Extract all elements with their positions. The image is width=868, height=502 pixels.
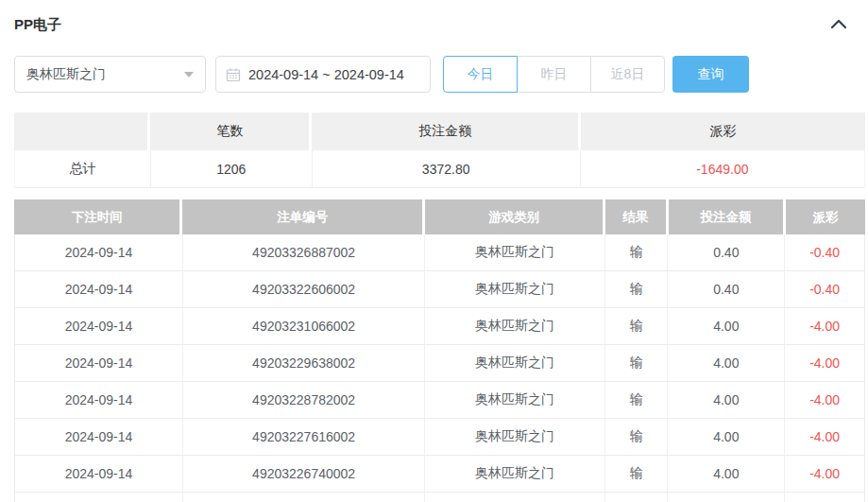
cell-game-type: 奥林匹斯之门	[425, 234, 605, 270]
cell-result: 输	[605, 493, 669, 502]
cell-game-type: 奥林匹斯之门	[425, 456, 605, 492]
cell-result: 输	[605, 419, 669, 455]
table-row: 2024-09-1449203229638002奥林匹斯之门输4.00-4.00	[15, 345, 864, 382]
cell-result: 输	[605, 382, 669, 418]
column-header: 投注金额	[669, 199, 786, 234]
chevron-down-icon	[184, 72, 194, 78]
cell-bet-time: 2024-09-14	[15, 308, 183, 344]
cell-bet-time: 2024-09-14	[15, 493, 183, 502]
cell-bet-id: 49203227616002	[183, 419, 425, 455]
cell-payout: -4.00	[785, 493, 864, 502]
cell-bet-id: 49203226740002	[183, 456, 425, 492]
quick-date-button-2[interactable]: 近8日	[590, 56, 665, 93]
cell-game-type: 奥林匹斯之门	[425, 493, 605, 502]
cell-game-type: 奥林匹斯之门	[425, 271, 605, 307]
cell-bet-amount: 0.40	[668, 234, 785, 270]
cell-game-type: 奥林匹斯之门	[425, 382, 605, 418]
quick-date-button-group: 今日昨日近8日	[443, 56, 665, 93]
cell-bet-time: 2024-09-14	[15, 234, 183, 270]
cell-bet-id: 49203228782002	[183, 382, 425, 418]
pp-electronic-panel: PP电子 奥林匹斯之门 2024-09-14 ~	[0, 0, 868, 502]
summary-total-label: 总计	[15, 150, 151, 188]
quick-date-button-1[interactable]: 昨日	[517, 56, 591, 93]
cell-bet-amount: 4.00	[668, 308, 785, 344]
game-select[interactable]: 奥林匹斯之门	[14, 56, 206, 93]
chevron-up-icon	[830, 16, 847, 33]
cell-payout: -0.40	[785, 271, 864, 307]
cell-bet-amount: 4.00	[668, 456, 785, 492]
column-header: 结果	[605, 199, 669, 234]
summary-payout-value: -1649.00	[581, 150, 864, 188]
column-header: 注单编号	[182, 199, 425, 234]
summary-total-row: 总计 1206 3372.80 -1649.00	[14, 150, 865, 188]
cell-bet-id: 49203326887002	[183, 234, 425, 270]
cell-bet-id: 49203225864002	[183, 493, 425, 502]
summary-header-cell	[14, 113, 150, 150]
cell-bet-amount: 4.00	[668, 382, 785, 418]
calendar-icon	[226, 67, 241, 82]
cell-payout: -4.00	[785, 382, 864, 418]
cell-bet-amount: 0.40	[668, 271, 785, 307]
summary-table: 笔数投注金额派彩 总计 1206 3372.80 -1649.00	[14, 113, 865, 188]
cell-payout: -0.40	[785, 234, 864, 270]
cell-result: 输	[605, 234, 669, 270]
cell-payout: -4.00	[785, 456, 864, 492]
cell-bet-amount: 4.00	[668, 419, 785, 455]
cell-bet-id: 49203229638002	[183, 345, 425, 381]
summary-count-value: 1206	[151, 150, 313, 188]
cell-bet-time: 2024-09-14	[15, 271, 183, 307]
panel-header: PP电子	[0, 0, 868, 35]
cell-result: 输	[605, 308, 669, 344]
cell-bet-time: 2024-09-14	[15, 419, 183, 455]
cell-game-type: 奥林匹斯之门	[425, 345, 605, 381]
summary-header-cell: 派彩	[581, 113, 865, 150]
cell-bet-time: 2024-09-14	[15, 345, 183, 381]
bet-records-table: 下注时间注单编号游戏类别结果投注金额派彩 2024-09-14492033268…	[14, 199, 865, 502]
table-row: 2024-09-1449203322606002奥林匹斯之门输0.40-0.40	[15, 271, 864, 308]
column-header: 下注时间	[14, 199, 182, 234]
cell-game-type: 奥林匹斯之门	[425, 308, 605, 344]
table-row: 2024-09-1449203225864002奥林匹斯之门输4.00-4.00	[15, 493, 864, 502]
cell-bet-amount: 4.00	[668, 345, 785, 381]
cell-game-type: 奥林匹斯之门	[425, 419, 605, 455]
cell-bet-id: 49203231066002	[183, 308, 425, 344]
bet-records-header-row: 下注时间注单编号游戏类别结果投注金额派彩	[14, 199, 865, 234]
summary-header-row: 笔数投注金额派彩	[14, 113, 865, 150]
cell-result: 输	[605, 345, 669, 381]
cell-payout: -4.00	[785, 345, 864, 381]
bet-records-body: 2024-09-1449203326887002奥林匹斯之门输0.40-0.40…	[14, 234, 865, 502]
table-row: 2024-09-1449203231066002奥林匹斯之门输4.00-4.00	[15, 308, 864, 345]
cell-bet-time: 2024-09-14	[15, 382, 183, 418]
cell-bet-time: 2024-09-14	[15, 456, 183, 492]
table-row: 2024-09-1449203227616002奥林匹斯之门输4.00-4.00	[15, 419, 864, 456]
table-row: 2024-09-1449203326887002奥林匹斯之门输0.40-0.40	[15, 234, 864, 271]
quick-date-button-0[interactable]: 今日	[443, 56, 518, 93]
cell-payout: -4.00	[785, 419, 864, 455]
game-select-value: 奥林匹斯之门	[26, 66, 106, 83]
column-header: 派彩	[786, 199, 865, 234]
cell-bet-id: 49203322606002	[183, 271, 425, 307]
summary-header-cell: 投注金额	[312, 113, 581, 150]
filter-bar: 奥林匹斯之门 2024-09-14 ~ 2024-09-14 今日昨日近8日 查…	[14, 56, 868, 93]
date-range-input[interactable]: 2024-09-14 ~ 2024-09-14	[215, 56, 431, 93]
page-title: PP电子	[14, 16, 61, 34]
collapse-panel-button[interactable]	[830, 16, 847, 33]
cell-bet-amount: 4.00	[668, 493, 785, 502]
cell-result: 输	[605, 456, 669, 492]
summary-bet-amount-value: 3372.80	[313, 150, 581, 188]
summary-header-cell: 笔数	[150, 113, 312, 150]
date-range-value: 2024-09-14 ~ 2024-09-14	[248, 67, 404, 82]
table-row: 2024-09-1449203226740002奥林匹斯之门输4.00-4.00	[15, 456, 864, 493]
table-row: 2024-09-1449203228782002奥林匹斯之门输4.00-4.00	[15, 382, 864, 419]
column-header: 游戏类别	[425, 199, 605, 234]
search-button[interactable]: 查询	[672, 56, 749, 93]
cell-payout: -4.00	[785, 308, 864, 344]
cell-result: 输	[605, 271, 669, 307]
